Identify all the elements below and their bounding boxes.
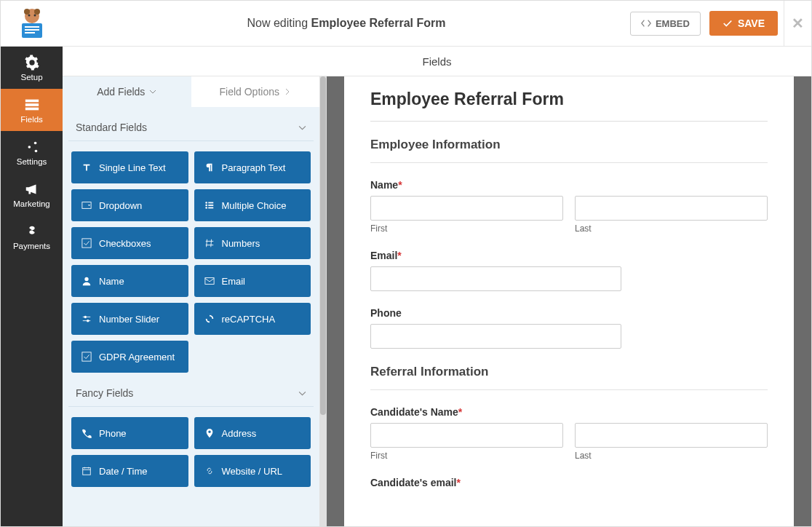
- section-standard-fields[interactable]: Standard Fields: [68, 107, 314, 141]
- tab-add-fields[interactable]: Add Fields: [63, 76, 191, 107]
- input-email[interactable]: [370, 266, 621, 291]
- field-dropdown[interactable]: Dropdown: [71, 189, 188, 221]
- chevron-down-icon: [298, 389, 306, 397]
- svg-rect-27: [82, 352, 91, 361]
- field-website[interactable]: Website / URL: [194, 455, 311, 487]
- svg-point-3: [28, 15, 30, 17]
- text-icon: [81, 162, 92, 173]
- svg-point-26: [87, 320, 89, 322]
- field-row-candidate-email[interactable]: Candidate's email*: [370, 477, 768, 488]
- label-candidate-name: Candidate's Name*: [370, 406, 768, 418]
- phone-icon: [81, 428, 92, 438]
- field-email[interactable]: Email: [194, 265, 311, 297]
- svg-rect-9: [25, 99, 38, 102]
- slider-icon: [81, 314, 92, 324]
- sidenav-marketing[interactable]: Marketing: [1, 173, 63, 215]
- calendar-icon: [81, 466, 92, 476]
- tab-field-options[interactable]: Field Options: [191, 76, 320, 107]
- field-paragraph-text[interactable]: Paragraph Text: [194, 151, 311, 183]
- field-recaptcha[interactable]: reCAPTCHA: [194, 303, 311, 335]
- input-candidate-last[interactable]: [575, 423, 768, 448]
- svg-point-4: [33, 15, 36, 17]
- list-icon: [204, 200, 215, 210]
- fields-scrollbar[interactable]: [319, 76, 327, 527]
- sublabel-last: Last: [575, 223, 768, 234]
- paragraph-icon: [204, 162, 215, 173]
- input-first-name[interactable]: [370, 196, 563, 221]
- svg-rect-21: [208, 207, 213, 209]
- field-gdpr[interactable]: GDPR Agreement: [71, 341, 188, 373]
- svg-rect-24: [204, 278, 213, 285]
- sublabel-first: First: [370, 223, 563, 234]
- field-row-email[interactable]: Email*: [370, 250, 768, 291]
- field-name[interactable]: Name: [71, 265, 188, 297]
- embed-button[interactable]: EMBED: [630, 12, 701, 36]
- section-fancy-fields[interactable]: Fancy Fields: [68, 373, 314, 407]
- svg-point-20: [205, 207, 207, 209]
- svg-point-2: [34, 9, 40, 15]
- gear-icon: [24, 55, 40, 71]
- form-title: Employee Referral Form: [370, 90, 768, 122]
- field-checkboxes[interactable]: Checkboxes: [71, 227, 188, 259]
- chevron-right-icon: [284, 88, 291, 95]
- label-name: Name*: [370, 179, 768, 191]
- svg-point-12: [33, 141, 36, 144]
- checkbox-icon: [81, 352, 92, 362]
- app-logo[interactable]: [1, 1, 63, 47]
- checkbox-icon: [81, 238, 92, 248]
- user-icon: [81, 276, 92, 286]
- close-button[interactable]: ✕: [784, 1, 811, 47]
- svg-point-13: [28, 146, 31, 148]
- form-section-referral: Referral Information: [370, 365, 768, 390]
- field-row-candidate-name[interactable]: Candidate's Name* First Last: [370, 406, 768, 461]
- svg-point-1: [24, 9, 30, 15]
- check-icon: [723, 18, 733, 28]
- dropdown-icon: [81, 200, 92, 210]
- save-button[interactable]: SAVE: [709, 11, 778, 36]
- page-title: Now editing Employee Referral Form: [63, 17, 630, 30]
- field-number-slider[interactable]: Number Slider: [71, 303, 188, 335]
- field-single-line-text[interactable]: Single Line Text: [71, 151, 188, 183]
- label-phone: Phone: [370, 307, 768, 319]
- input-last-name[interactable]: [575, 196, 768, 221]
- form-icon: [24, 97, 40, 113]
- svg-point-23: [84, 277, 88, 281]
- form-preview: Employee Referral Form Employee Informat…: [344, 76, 794, 527]
- sliders-icon: [24, 139, 40, 155]
- field-multiple-choice[interactable]: Multiple Choice: [194, 189, 311, 221]
- svg-point-25: [84, 316, 87, 319]
- dollar-icon: [24, 223, 40, 239]
- svg-rect-6: [25, 26, 39, 28]
- field-datetime[interactable]: Date / Time: [71, 455, 188, 487]
- sidenav-fields[interactable]: Fields: [1, 89, 63, 131]
- close-icon: ✕: [792, 15, 804, 32]
- megaphone-icon: [24, 181, 40, 197]
- svg-point-16: [205, 202, 207, 204]
- svg-rect-11: [25, 107, 38, 110]
- field-phone[interactable]: Phone: [71, 417, 188, 449]
- svg-rect-17: [208, 202, 213, 204]
- code-icon: [641, 18, 651, 28]
- field-row-name[interactable]: Name* First Last: [370, 179, 768, 234]
- field-numbers[interactable]: Numbers: [194, 227, 311, 259]
- input-phone[interactable]: [370, 324, 621, 349]
- field-row-phone[interactable]: Phone: [370, 307, 768, 349]
- input-candidate-first[interactable]: [370, 423, 563, 448]
- svg-rect-19: [208, 205, 213, 206]
- svg-point-18: [205, 205, 207, 207]
- label-candidate-email: Candidate's email*: [370, 477, 768, 488]
- svg-rect-22: [82, 239, 91, 247]
- sidenav-payments[interactable]: Payments: [1, 215, 63, 258]
- label-email: Email*: [370, 250, 768, 261]
- sidenav-settings[interactable]: Settings: [1, 131, 63, 173]
- chevron-down-icon: [298, 124, 306, 132]
- field-address[interactable]: Address: [194, 417, 311, 449]
- svg-rect-8: [25, 32, 35, 33]
- link-icon: [204, 466, 215, 476]
- svg-rect-28: [83, 468, 91, 475]
- sublabel-cand-last: Last: [575, 451, 768, 461]
- hash-icon: [204, 238, 215, 248]
- scrollbar-thumb[interactable]: [320, 76, 326, 415]
- sidenav-setup[interactable]: Setup: [1, 47, 63, 89]
- chevron-down-icon: [149, 88, 156, 95]
